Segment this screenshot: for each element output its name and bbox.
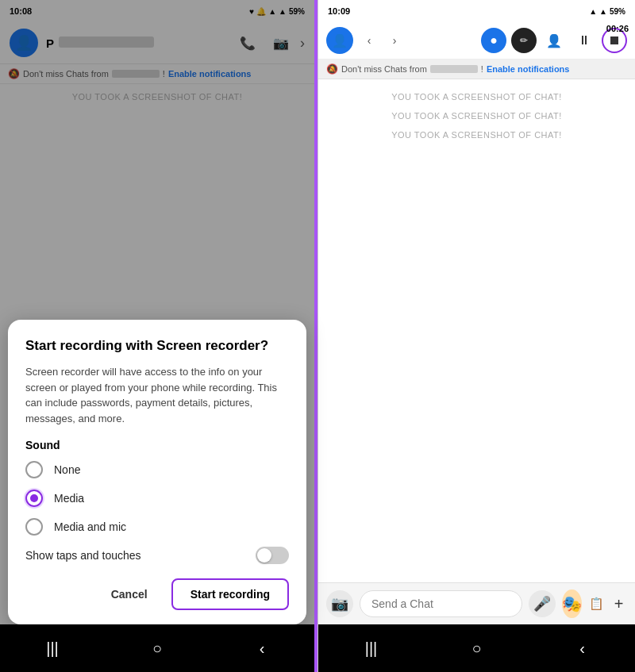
screenshot-notice-right-2: YOU TOOK A SCREENSHOT OF CHAT! bbox=[326, 106, 627, 125]
dialog-description: Screen recorder will have access to the … bbox=[25, 364, 289, 426]
start-recording-button[interactable]: Start recording bbox=[171, 578, 289, 610]
enable-notifications-right[interactable]: Enable notifications bbox=[487, 64, 570, 74]
radio-none[interactable]: None bbox=[25, 461, 289, 478]
radio-label-media: Media bbox=[54, 492, 84, 505]
nav-bar-left: ||| ○ ‹ bbox=[0, 624, 314, 672]
screenshot-notice-right-3: YOU TOOK A SCREENSHOT OF CHAT! bbox=[326, 125, 627, 144]
screen-recorder-dialog: Start recording with Screen recorder? Sc… bbox=[8, 320, 306, 624]
radio-media[interactable]: Media bbox=[25, 490, 289, 507]
wifi-icon-right: ▲ bbox=[599, 7, 607, 16]
avatar-right: 👤 bbox=[326, 27, 353, 54]
chat-content: YOU TOOK A SCREENSHOT OF CHAT! YOU TOOK … bbox=[318, 79, 635, 582]
notif-bar-right: 🔕 Don't miss Chats from ! Enable notific… bbox=[318, 60, 635, 79]
nav-home-left[interactable]: ○ bbox=[141, 632, 173, 664]
avatar-icon-right: 👤 bbox=[332, 33, 348, 48]
nav-back-right[interactable]: ||| bbox=[356, 632, 387, 664]
notif-text-blur-right bbox=[430, 65, 478, 73]
sticker-icon[interactable]: 🎭 bbox=[562, 589, 582, 618]
phone-left: 10:08 ♥ 🔔 ▲ ▲ 59% 👤 P 📞 📷 › 🔕 Don't miss… bbox=[0, 0, 314, 672]
top-bar-right: 👤 ‹ › ● ✏ 👤 ⏸ ⏹ 00:26 bbox=[318, 22, 635, 60]
camera-input-icon[interactable]: 📷 bbox=[326, 590, 353, 617]
dialog-title: Start recording with Screen recorder? bbox=[25, 337, 289, 355]
radio-outer-none[interactable] bbox=[25, 461, 43, 478]
sound-section-title: Sound bbox=[25, 439, 289, 451]
top-toolbar-icons: ● ✏ 👤 ⏸ ⏹ bbox=[481, 28, 627, 53]
mic-icon[interactable]: 🎤 bbox=[529, 590, 556, 617]
nav-bar-right: ||| ○ ‹ bbox=[318, 624, 635, 672]
time-right: 10:09 bbox=[328, 6, 350, 16]
battery-right: 59% bbox=[610, 7, 625, 16]
status-bar-right: 10:09 ▲ ▲ 59% bbox=[318, 0, 635, 22]
toggle-knob bbox=[257, 548, 271, 563]
forward-arrow-right[interactable]: › bbox=[383, 29, 406, 52]
radio-outer-media-mic[interactable] bbox=[25, 518, 43, 536]
signal-icon-right: ▲ bbox=[589, 7, 597, 16]
radio-outer-media[interactable] bbox=[25, 490, 43, 507]
nav-arrows[interactable]: ‹ › bbox=[358, 29, 406, 52]
radio-label-media-mic: Media and mic bbox=[54, 520, 126, 533]
radio-media-mic[interactable]: Media and mic bbox=[25, 518, 289, 536]
person-icon-right[interactable]: 👤 bbox=[541, 28, 567, 53]
pause-icon[interactable]: ⏸ bbox=[572, 28, 597, 53]
nav-recent-left[interactable]: ‹ bbox=[246, 632, 278, 664]
cancel-button[interactable]: Cancel bbox=[95, 578, 164, 610]
blue-circle-icon[interactable]: ● bbox=[481, 28, 506, 53]
notif-separator-right: ! bbox=[481, 64, 483, 74]
toggle-label: Show taps and touches bbox=[25, 549, 141, 562]
radio-inner-media bbox=[30, 494, 38, 502]
toggle-row[interactable]: Show taps and touches bbox=[25, 547, 289, 564]
nav-recent-right[interactable]: ‹ bbox=[567, 632, 598, 664]
dialog-buttons: Cancel Start recording bbox=[25, 578, 289, 610]
nav-back-left[interactable]: ||| bbox=[37, 632, 68, 664]
radio-label-none: None bbox=[54, 463, 80, 476]
screenshot-notice-right-1: YOU TOOK A SCREENSHOT OF CHAT! bbox=[326, 87, 627, 106]
phone-right: 10:09 ▲ ▲ 59% 👤 ‹ › ● ✏ 👤 ⏸ ⏹ 00:26 🔕 Do… bbox=[318, 0, 635, 672]
edit-icon[interactable]: ✏ bbox=[511, 28, 537, 53]
timer-badge: 00:26 bbox=[606, 24, 629, 33]
status-icons-right: ▲ ▲ 59% bbox=[589, 7, 625, 16]
input-bar-right: 📷 🎤 🎭 📋 + bbox=[318, 582, 635, 624]
send-chat-input[interactable] bbox=[360, 590, 522, 617]
notif-text-right: Don't miss Chats from bbox=[341, 64, 427, 74]
toggle-switch[interactable] bbox=[256, 547, 289, 564]
clip-icon[interactable]: 📋 bbox=[588, 592, 605, 616]
bell-icon-right: 🔕 bbox=[326, 63, 338, 75]
back-arrow-right[interactable]: ‹ bbox=[358, 29, 380, 52]
nav-home-right[interactable]: ○ bbox=[461, 632, 493, 664]
plus-icon[interactable]: + bbox=[610, 592, 627, 616]
